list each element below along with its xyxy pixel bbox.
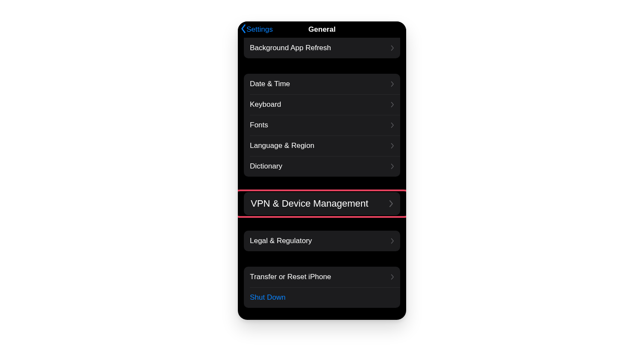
row-label: VPN & Device Management [251, 198, 368, 209]
back-button[interactable]: Settings [238, 24, 273, 36]
row-vpn-device-management[interactable]: VPN & Device Management [244, 192, 400, 215]
settings-group: VPN & Device Management [244, 192, 400, 215]
row-transfer-reset[interactable]: Transfer or Reset iPhone [244, 267, 400, 287]
chevron-right-icon [391, 143, 394, 149]
row-shut-down[interactable]: Shut Down [244, 287, 400, 308]
chevron-left-icon [240, 24, 246, 36]
row-label: Language & Region [250, 141, 314, 150]
highlight-wrap: VPN & Device Management [244, 192, 400, 215]
row-language-region[interactable]: Language & Region [244, 135, 400, 156]
row-label: Dictionary [250, 162, 283, 171]
settings-group: Legal & Regulatory [244, 231, 400, 251]
row-label: Legal & Regulatory [250, 237, 312, 245]
chevron-right-icon [391, 45, 394, 51]
row-fonts[interactable]: Fonts [244, 115, 400, 135]
row-dictionary[interactable]: Dictionary [244, 156, 400, 177]
chevron-right-icon [391, 238, 394, 244]
row-label: Keyboard [250, 100, 281, 109]
chevron-right-icon [391, 81, 394, 87]
row-label: Shut Down [250, 293, 286, 302]
row-label: Fonts [250, 121, 268, 129]
settings-group: Date & TimeKeyboardFontsLanguage & Regio… [244, 74, 400, 177]
phone-frame: Settings General Background App RefreshD… [238, 21, 406, 320]
chevron-right-icon [391, 122, 394, 128]
settings-group: Background App Refresh [244, 38, 400, 58]
chevron-right-icon [391, 274, 394, 280]
navbar: Settings General [238, 21, 406, 38]
back-label: Settings [246, 25, 273, 34]
row-label: Transfer or Reset iPhone [250, 273, 331, 281]
chevron-right-icon [391, 102, 394, 108]
chevron-right-icon [389, 200, 393, 208]
row-legal-regulatory[interactable]: Legal & Regulatory [244, 231, 400, 251]
chevron-right-icon [391, 163, 394, 169]
settings-group: Transfer or Reset iPhoneShut Down [244, 267, 400, 308]
content: Background App RefreshDate & TimeKeyboar… [238, 38, 406, 320]
row-date-time[interactable]: Date & Time [244, 74, 400, 94]
row-keyboard[interactable]: Keyboard [244, 94, 400, 115]
row-label: Date & Time [250, 80, 290, 88]
row-background-app-refresh[interactable]: Background App Refresh [244, 38, 400, 58]
row-label: Background App Refresh [250, 44, 331, 52]
